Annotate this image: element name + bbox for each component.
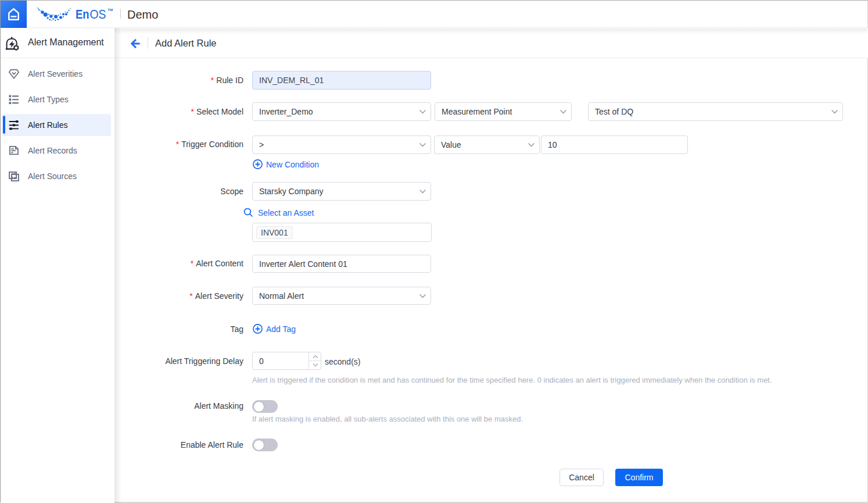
svg-text:TM: TM (108, 8, 113, 12)
svg-text:En: En (76, 8, 89, 22)
svg-text:OS: OS (90, 8, 106, 22)
